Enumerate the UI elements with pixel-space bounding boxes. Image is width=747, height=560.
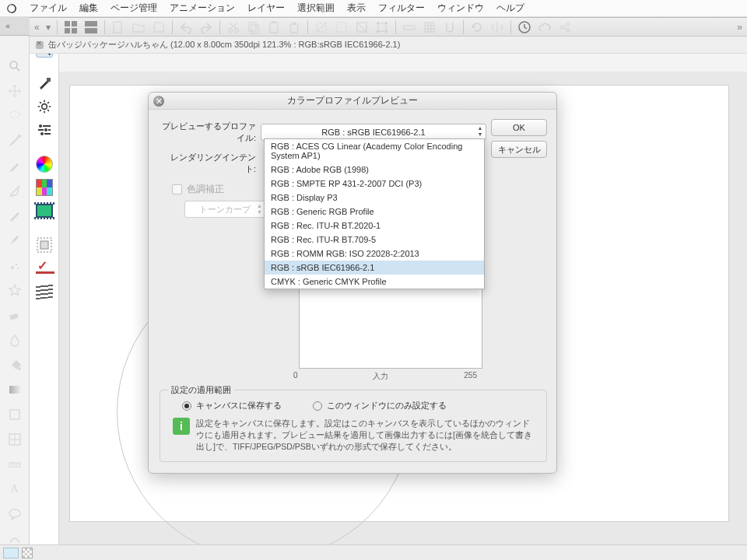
move-tool-icon[interactable]: [6, 82, 23, 100]
eyedropper-tool-icon[interactable]: [6, 157, 23, 174]
tone-curve-select: トーンカーブ ▲▼: [184, 201, 265, 218]
flip-h-icon[interactable]: [490, 20, 504, 34]
profile-option[interactable]: RGB : sRGB IEC61966-2.1: [265, 261, 484, 275]
decoration-tool-icon[interactable]: [6, 282, 23, 299]
chevron-down-icon[interactable]: ▾: [46, 22, 51, 33]
save-icon[interactable]: [152, 20, 166, 34]
blend-tool-icon[interactable]: [6, 331, 23, 348]
svg-rect-49: [377, 30, 379, 33]
radio-window-only[interactable]: このウィンドウにのみ設定する: [313, 400, 447, 411]
zoom-tool-icon[interactable]: [6, 58, 23, 75]
color-wheel-icon[interactable]: [36, 156, 53, 173]
lasso-tool-icon[interactable]: [6, 107, 23, 124]
eraser-tool-icon[interactable]: [6, 306, 23, 324]
profile-dropdown-list[interactable]: RGB : ACES CG Linear (Academy Color Enco…: [264, 138, 485, 289]
select-all-icon[interactable]: [335, 20, 349, 34]
profile-label: プレビューするプロファイル:: [160, 121, 261, 144]
ok-button[interactable]: OK: [491, 119, 547, 136]
chevron-right-icon[interactable]: »: [737, 22, 742, 33]
chevron-left-icon[interactable]: «: [34, 22, 40, 33]
profile-option[interactable]: RGB : ACES CG Linear (Academy Color Enco…: [265, 139, 484, 163]
profile-option[interactable]: RGB : ROMM RGB: ISO 22028-2:2013: [265, 247, 484, 261]
ruler-h-icon[interactable]: [402, 20, 416, 34]
new-doc-icon[interactable]: [111, 20, 125, 34]
profile-combo-value: RGB : sRGB IEC61966-2.1: [321, 128, 425, 137]
ruler-tool-icon[interactable]: [6, 456, 23, 473]
profile-option[interactable]: RGB : Generic RGB Profile: [265, 205, 484, 219]
delete-icon[interactable]: [287, 20, 301, 34]
subtool-gear-icon[interactable]: [36, 98, 53, 115]
svg-rect-50: [385, 30, 388, 33]
tone-correction-checkbox[interactable]: [172, 184, 182, 194]
open-icon[interactable]: [132, 20, 146, 34]
deselect-icon[interactable]: [314, 20, 328, 34]
svg-rect-47: [377, 22, 379, 24]
menu-selection[interactable]: 選択範囲: [297, 2, 335, 15]
transform-icon[interactable]: [375, 20, 389, 34]
redo-icon[interactable]: [199, 20, 213, 34]
grid-icon[interactable]: [423, 20, 437, 34]
cloud-icon[interactable]: [538, 20, 552, 34]
fg-color-chip[interactable]: [3, 548, 19, 558]
snap-icon[interactable]: [443, 20, 457, 34]
brush-tool-icon[interactable]: [6, 232, 23, 249]
assist-icon[interactable]: [517, 20, 531, 34]
menu-edit[interactable]: 編集: [79, 2, 98, 15]
timeline-frame-icon[interactable]: [36, 202, 53, 219]
cut-icon[interactable]: [226, 20, 240, 34]
text-tool-icon[interactable]: A: [6, 481, 23, 498]
menu-animation[interactable]: アニメーション: [170, 2, 235, 15]
shape-tool-icon[interactable]: [6, 406, 23, 423]
combo-stepper[interactable]: ▲▼: [475, 125, 485, 138]
balloon-tool-icon[interactable]: [6, 506, 23, 523]
subtool-brush-icon[interactable]: [36, 75, 53, 92]
fill-tool-icon[interactable]: [6, 356, 23, 373]
menu-window[interactable]: ウィンドウ: [437, 2, 484, 15]
menu-page[interactable]: ページ管理: [110, 2, 157, 15]
menu-filter[interactable]: フィルター: [378, 2, 425, 15]
apply-check-icon[interactable]: [36, 260, 53, 277]
menu-view[interactable]: 表示: [347, 2, 366, 15]
rotate-icon[interactable]: [470, 20, 484, 34]
bottom-bar: [0, 544, 747, 560]
radio-save-to-canvas[interactable]: キャンバスに保存する: [182, 400, 282, 411]
close-icon[interactable]: ✕: [153, 96, 164, 107]
pencil-tool-icon[interactable]: [6, 207, 23, 224]
menu-bar: ファイル 編集 ページ管理 アニメーション レイヤー 選択範囲 表示 フィルター…: [0, 0, 747, 17]
paste-icon[interactable]: [267, 20, 281, 34]
svg-rect-42: [272, 21, 275, 23]
invert-icon[interactable]: [355, 20, 369, 34]
menu-file[interactable]: ファイル: [30, 2, 67, 15]
menu-help[interactable]: ヘルプ: [496, 2, 524, 15]
profile-option[interactable]: RGB : SMPTE RP 431-2-2007 DCI (P3): [265, 177, 484, 191]
wand-tool-icon[interactable]: [6, 132, 23, 149]
frame-tool-icon[interactable]: [6, 431, 23, 448]
document-title: 缶バッジパッケージハルちゃん (12.00 x 8.00cm 350dpi 12…: [48, 39, 400, 51]
layer-bounds-icon[interactable]: [36, 236, 53, 254]
share-icon[interactable]: [558, 20, 572, 34]
undo-icon[interactable]: [179, 20, 193, 34]
color-swatch-icon[interactable]: [36, 179, 53, 196]
copy-icon[interactable]: [247, 20, 261, 34]
cancel-button[interactable]: キャンセル: [491, 141, 547, 158]
grid-2-icon[interactable]: [84, 20, 98, 34]
subtool-sliders-icon[interactable]: [36, 121, 53, 138]
profile-option[interactable]: RGB : Rec. ITU-R BT.2020-1: [265, 219, 484, 233]
grid-4-icon[interactable]: [64, 20, 78, 34]
transparency-chip[interactable]: [22, 548, 33, 558]
chevron-left-icon[interactable]: «: [0, 22, 16, 30]
tool-column-left: A: [0, 36, 30, 560]
tone-lines-icon[interactable]: [36, 283, 53, 300]
profile-option[interactable]: RGB : Adobe RGB (1998): [265, 163, 484, 177]
pen-tool-icon[interactable]: [6, 182, 23, 199]
menu-layer[interactable]: レイヤー: [247, 2, 285, 15]
close-tab-icon[interactable]: [36, 41, 44, 49]
profile-option[interactable]: CMYK : Generic CMYK Profile: [265, 275, 484, 289]
gradient-tool-icon[interactable]: [6, 381, 23, 398]
profile-option[interactable]: RGB : Display P3: [265, 191, 484, 205]
airbrush-tool-icon[interactable]: [6, 257, 23, 274]
svg-point-4: [18, 135, 21, 138]
svg-point-20: [41, 104, 47, 110]
svg-point-1: [10, 61, 17, 68]
profile-option[interactable]: RGB : Rec. ITU-R BT.709-5: [265, 233, 484, 247]
